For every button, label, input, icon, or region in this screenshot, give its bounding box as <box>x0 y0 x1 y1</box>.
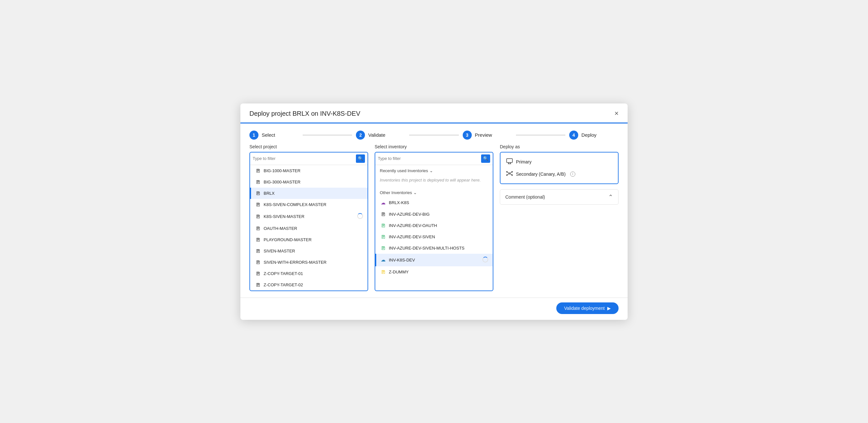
project-name: BIG-3000-MASTER <box>264 180 301 185</box>
file-icon: 🖹 <box>255 271 260 276</box>
project-name: OAUTH-MASTER <box>264 226 297 231</box>
validate-arrow-icon: ▶ <box>607 306 611 311</box>
inv-item-k8s-dev[interactable]: ☁ INV-K8S-DEV <box>375 254 493 266</box>
project-item-z-copy-02[interactable]: 🖹 Z-COPY-TARGET-02 <box>250 279 368 291</box>
recently-used-empty: Inventories this project is deployed to … <box>375 175 493 187</box>
monitor-icon <box>506 158 513 165</box>
file-icon: 🖹 <box>255 214 260 219</box>
deploy-modal: Deploy project BRLX on INV-K8S-DEV × 1 S… <box>240 103 628 320</box>
file-icon: 🖹 <box>381 212 385 217</box>
comment-section[interactable]: Comment (optional) ⌃ <box>500 189 619 205</box>
inv-name: INV-AZURE-DEV-OAUTH <box>389 223 437 228</box>
project-item-big-1000[interactable]: 🖹 BIG-1000-MASTER <box>250 165 368 176</box>
project-filter-input[interactable] <box>253 156 354 161</box>
file-icon: 🖹 <box>255 179 260 185</box>
validate-deployment-button[interactable]: Validate deployment ▶ <box>556 302 619 314</box>
project-item-siven-errors[interactable]: 🖹 SIVEN-WITH-ERRORS-MASTER <box>250 257 368 268</box>
inv-item-azure-siven-multi[interactable]: 🖹 INV-AZURE-DEV-SIVEN-MULTI-HOSTS <box>375 242 493 254</box>
project-loading-spinner <box>357 213 363 220</box>
svg-point-10 <box>506 174 507 176</box>
inv-item-azure-big[interactable]: 🖹 INV-AZURE-DEV-BIG <box>375 208 493 220</box>
file-icon: 🖹 <box>381 269 385 275</box>
project-search-icon: 🔍 <box>358 156 363 161</box>
select-project-column: Select project 🔍 🖹 BIG-1000-MASTER 🖹 <box>249 144 368 291</box>
file-icon: 🖹 <box>381 246 385 251</box>
inv-loading-spinner <box>483 257 488 263</box>
project-name: K8S-SIVEN-COMPLEX-MASTER <box>264 202 326 207</box>
file-icon: 🖹 <box>255 282 260 288</box>
step-4: 4 Deploy <box>569 131 619 140</box>
step-2-label: Validate <box>368 132 385 138</box>
step-line-1 <box>303 135 352 135</box>
inventory-list-box: 🔍 Recently used Inventories ⌄ Inventorie… <box>375 152 493 291</box>
step-3: 3 Preview <box>463 131 512 140</box>
close-button[interactable]: × <box>614 110 619 117</box>
secondary-info-icon[interactable]: i <box>570 171 575 177</box>
inventory-search-icon: 🔍 <box>483 156 488 161</box>
inv-item-azure-siven[interactable]: 🖹 INV-AZURE-DEV-SIVEN <box>375 231 493 242</box>
file-icon: 🖹 <box>255 237 260 242</box>
step-3-label: Preview <box>475 132 492 138</box>
project-name: PLAYGROUND-MASTER <box>264 237 312 242</box>
project-item-k8s-complex[interactable]: 🖹 K8S-SIVEN-COMPLEX-MASTER <box>250 199 368 210</box>
modal-title: Deploy project BRLX on INV-K8S-DEV <box>249 110 361 117</box>
deploy-primary-label: Primary <box>516 159 531 164</box>
inv-item-brlx-k8s[interactable]: ☁ BRLX-K8S <box>375 197 493 208</box>
modal-body: Select project 🔍 🖹 BIG-1000-MASTER 🖹 <box>240 144 628 298</box>
file-icon: 🖹 <box>255 248 260 254</box>
file-icon: 🖹 <box>255 202 260 207</box>
other-inventories-label: Other Inventories <box>380 190 412 195</box>
project-item-siven[interactable]: 🖹 SIVEN-MASTER <box>250 246 368 257</box>
project-item-brlx[interactable]: 🖹 BRLX <box>250 188 368 199</box>
project-item-playground[interactable]: 🖹 PLAYGROUND-MASTER <box>250 234 368 246</box>
project-name: K8S-SIVEN-MASTER <box>264 214 304 219</box>
recently-used-header[interactable]: Recently used Inventories ⌄ <box>375 165 493 175</box>
inventory-list: Recently used Inventories ⌄ Inventories … <box>375 165 493 278</box>
split-icon <box>506 170 513 177</box>
recently-used-label: Recently used Inventories <box>380 168 428 173</box>
comment-chevron-icon: ⌃ <box>608 193 613 200</box>
deploy-as-column: Deploy as Primary <box>500 144 619 291</box>
step-1-label: Select <box>262 132 275 138</box>
inv-item-azure-oauth[interactable]: 🖹 INV-AZURE-DEV-OAUTH <box>375 220 493 231</box>
step-1-circle: 1 <box>249 131 258 140</box>
deploy-option-primary[interactable]: Primary <box>505 156 613 168</box>
file-icon: 🖹 <box>255 191 260 196</box>
project-list-box: 🔍 🖹 BIG-1000-MASTER 🖹 BIG-3000-MASTER 🖹 <box>249 152 368 291</box>
step-4-label: Deploy <box>582 132 597 138</box>
project-item-z-copy-01[interactable]: 🖹 Z-COPY-TARGET-01 <box>250 268 368 279</box>
modal-header: Deploy project BRLX on INV-K8S-DEV × <box>240 103 628 124</box>
project-item-oauth[interactable]: 🖹 OAUTH-MASTER <box>250 223 368 234</box>
inv-name: INV-AZURE-DEV-SIVEN-MULTI-HOSTS <box>389 246 465 251</box>
file-icon: 🖹 <box>381 234 385 239</box>
recently-used-chevron: ⌄ <box>430 168 433 173</box>
svg-point-11 <box>512 171 513 172</box>
deploy-option-secondary[interactable]: Secondary (Canary, A/B) i <box>505 168 613 180</box>
step-4-circle: 4 <box>569 131 578 140</box>
inventory-search-button[interactable]: 🔍 <box>481 155 490 163</box>
select-inventory-title: Select inventory <box>375 144 493 149</box>
file-icon: 🖹 <box>255 226 260 231</box>
inv-name: INV-K8S-DEV <box>389 258 415 262</box>
inv-name: INV-AZURE-DEV-SIVEN <box>389 234 435 239</box>
deploy-secondary-label: Secondary (Canary, A/B) <box>516 171 566 177</box>
inv-name: INV-AZURE-DEV-BIG <box>389 212 430 217</box>
other-inventories-header[interactable]: Other Inventories ⌄ <box>375 187 493 197</box>
file-icon: 🖹 <box>381 223 385 228</box>
project-name: SIVEN-MASTER <box>264 249 295 253</box>
project-name: Z-COPY-TARGET-01 <box>264 271 303 276</box>
inv-item-z-dummy[interactable]: 🖹 Z-DUMMY <box>375 266 493 278</box>
deploy-as-box: Primary <box>500 152 619 184</box>
project-item-big-3000[interactable]: 🖹 BIG-3000-MASTER <box>250 176 368 188</box>
project-list: 🖹 BIG-1000-MASTER 🖹 BIG-3000-MASTER 🖹 BR… <box>250 165 368 291</box>
svg-point-12 <box>512 174 513 176</box>
inventory-filter-row: 🔍 <box>375 153 493 165</box>
file-icon: 🖹 <box>255 168 260 173</box>
project-search-button[interactable]: 🔍 <box>356 155 365 163</box>
file-icon: 🖹 <box>255 260 260 265</box>
step-line-3 <box>516 135 565 135</box>
project-name: SIVEN-WITH-ERRORS-MASTER <box>264 260 327 265</box>
project-item-k8s-siven[interactable]: 🖹 K8S-SIVEN-MASTER <box>250 210 368 223</box>
inventory-filter-input[interactable] <box>378 156 480 161</box>
project-name: BRLX <box>264 191 275 196</box>
